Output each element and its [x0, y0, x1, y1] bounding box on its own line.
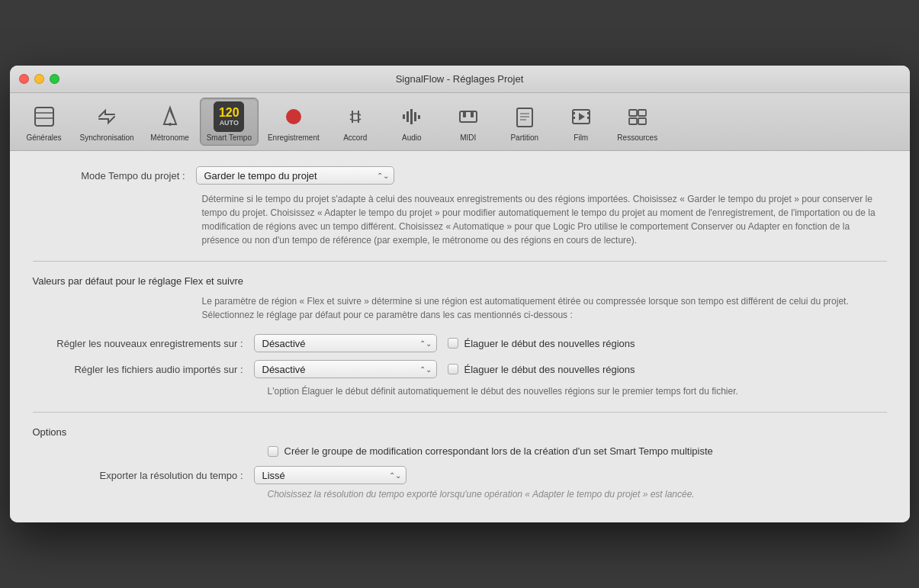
audio-icon — [397, 101, 427, 132]
imported-audio-checkbox[interactable] — [448, 364, 458, 374]
options-title: Options — [33, 422, 887, 445]
flex-section-separator — [33, 261, 887, 262]
film-icon — [566, 101, 596, 132]
toolbar-label-generales: Générales — [26, 133, 61, 142]
flex-section-description: Le paramètre de région « Flex et suivre … — [202, 294, 887, 322]
svg-rect-24 — [587, 112, 590, 114]
toolbar-item-metronome[interactable]: Métronome — [143, 98, 197, 145]
svg-rect-28 — [638, 110, 646, 116]
svg-rect-15 — [463, 111, 466, 117]
flex-section-title: Valeurs par défaut pour le réglage Flex … — [33, 271, 887, 294]
toolbar-label-midi: MIDI — [460, 133, 476, 142]
imported-audio-label: Régler les fichiers audio importés sur : — [33, 364, 254, 375]
smart-tempo-icon: 120 AUTO — [214, 101, 244, 132]
toolbar-item-audio[interactable]: Audio — [385, 98, 439, 145]
create-group-checkbox[interactable] — [268, 446, 278, 457]
svg-point-6 — [286, 109, 301, 124]
svg-marker-3 — [164, 108, 176, 124]
traffic-lights — [19, 74, 59, 84]
toolbar-label-ressources: Ressources — [617, 133, 657, 142]
export-resolution-label: Exporter la résolution du tempo : — [33, 470, 254, 481]
options-separator — [33, 412, 887, 413]
toolbar-label-film: Film — [574, 133, 588, 142]
export-resolution-select[interactable]: Lissé Précis — [254, 466, 406, 484]
svg-rect-16 — [471, 111, 474, 117]
imported-audio-select-wrapper: Désactivé Activé ⌃⌄ — [254, 360, 437, 378]
new-recordings-checkbox[interactable] — [448, 338, 458, 349]
toolbar-item-accord[interactable]: Accord — [329, 98, 382, 145]
toolbar-item-partition[interactable]: Partition — [498, 98, 551, 145]
new-recordings-checkbox-row: Élaguer le début des nouvelles régions — [448, 338, 635, 349]
create-group-label: Créer le groupe de modification correspo… — [284, 445, 713, 457]
accord-icon — [340, 101, 371, 132]
mode-tempo-select-wrapper: Garder le tempo du projet Adapter le tem… — [196, 166, 394, 185]
toolbar-item-film[interactable]: Film — [554, 98, 608, 145]
toolbar: Générales Synchronisation Métronome 120 … — [10, 93, 910, 151]
close-button[interactable] — [19, 74, 29, 84]
svg-rect-13 — [418, 115, 420, 119]
svg-point-5 — [169, 123, 172, 126]
ressources-icon — [622, 101, 653, 132]
imported-audio-controls: Désactivé Activé ⌃⌄ Élaguer le début des… — [254, 360, 635, 378]
partition-icon — [509, 101, 540, 132]
new-recordings-label: Régler les nouveaux enregistrements sur … — [33, 338, 254, 349]
mode-tempo-row: Mode Tempo du projet : Garder le tempo d… — [33, 166, 887, 185]
toolbar-item-midi[interactable]: MIDI — [442, 98, 495, 145]
toolbar-label-accord: Accord — [343, 133, 367, 142]
midi-icon — [453, 101, 484, 132]
new-recordings-row: Régler les nouveaux enregistrements sur … — [33, 334, 887, 352]
svg-rect-9 — [403, 114, 405, 119]
mode-tempo-description: Détermine si le tempo du projet s'adapte… — [202, 192, 887, 247]
svg-rect-25 — [587, 117, 590, 119]
svg-rect-22 — [573, 112, 575, 114]
toolbar-item-synchronisation[interactable]: Synchronisation — [74, 98, 140, 145]
new-recordings-select-wrapper: Désactivé Activé ⌃⌄ — [254, 334, 437, 352]
toolbar-item-generales[interactable]: Générales — [18, 98, 71, 145]
new-recordings-checkbox-label: Élaguer le début des nouvelles régions — [464, 338, 635, 349]
mode-tempo-label: Mode Tempo du projet : — [33, 170, 185, 182]
toolbar-item-ressources[interactable]: Ressources — [611, 98, 664, 145]
create-group-row: Créer le groupe de modification correspo… — [268, 445, 887, 457]
new-recordings-select[interactable]: Désactivé Activé — [254, 334, 437, 352]
toolbar-label-smart-tempo: Smart Tempo — [207, 133, 252, 142]
toolbar-label-synchronisation: Synchronisation — [80, 133, 134, 142]
fullscreen-button[interactable] — [50, 74, 59, 84]
toolbar-item-enregistrement[interactable]: Enregistrement — [262, 98, 326, 145]
svg-rect-17 — [517, 108, 532, 127]
svg-rect-27 — [629, 110, 637, 116]
toolbar-item-smart-tempo[interactable]: 120 AUTO Smart Tempo — [200, 98, 259, 146]
new-recordings-controls: Désactivé Activé ⌃⌄ Élaguer le début des… — [254, 334, 635, 352]
elaguer-hint: L'option Élaguer le début définit automa… — [268, 384, 887, 398]
svg-rect-11 — [410, 109, 413, 124]
minimize-button[interactable] — [34, 74, 44, 84]
toolbar-label-partition: Partition — [510, 133, 538, 142]
svg-rect-10 — [406, 111, 409, 122]
generales-icon — [29, 101, 59, 132]
export-resolution-row: Exporter la résolution du tempo : Lissé … — [33, 466, 887, 484]
toolbar-label-audio: Audio — [402, 133, 422, 142]
export-hint: Choisissez la résolution du tempo export… — [268, 489, 887, 500]
content-area: Mode Tempo du projet : Garder le tempo d… — [10, 151, 910, 522]
svg-rect-12 — [414, 112, 416, 121]
mode-tempo-select[interactable]: Garder le tempo du projet Adapter le tem… — [196, 166, 394, 185]
imported-audio-checkbox-label: Élaguer le début des nouvelles régions — [464, 364, 635, 375]
sync-icon — [92, 101, 122, 132]
svg-rect-30 — [638, 118, 646, 124]
window-title: SignalFlow - Réglages Projet — [396, 73, 524, 85]
metronome-icon — [155, 101, 185, 132]
toolbar-label-metronome: Métronome — [150, 133, 189, 142]
toolbar-label-enregistrement: Enregistrement — [268, 133, 320, 142]
svg-marker-26 — [579, 113, 585, 120]
enregistrement-icon — [278, 101, 309, 132]
svg-rect-29 — [629, 118, 637, 124]
svg-rect-14 — [460, 111, 477, 122]
window: SignalFlow - Réglages Projet Générales S… — [10, 66, 910, 522]
title-bar: SignalFlow - Réglages Projet — [10, 66, 910, 93]
imported-audio-checkbox-row: Élaguer le début des nouvelles régions — [448, 364, 635, 375]
svg-rect-0 — [35, 108, 53, 126]
svg-rect-23 — [573, 117, 575, 119]
imported-audio-row: Régler les fichiers audio importés sur :… — [33, 360, 887, 378]
export-resolution-select-wrapper: Lissé Précis ⌃⌄ — [254, 466, 406, 484]
imported-audio-select[interactable]: Désactivé Activé — [254, 360, 437, 378]
